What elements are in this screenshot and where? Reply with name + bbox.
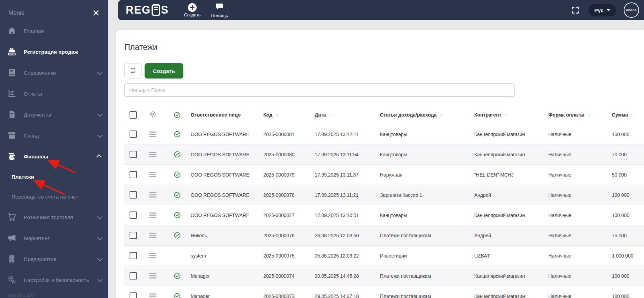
row-menu-icon[interactable]: [149, 131, 156, 138]
cell-amount: 150 000: [612, 132, 644, 137]
sort-icon: ↑↓: [504, 113, 508, 117]
coins-icon: [7, 152, 16, 161]
table-row[interactable]: OOO REGOS SOFTWARE2025-000007917.09.2025…: [124, 165, 644, 185]
cell-article: Платежи поставщикам: [380, 273, 474, 279]
table-row[interactable]: OOO REGOS SOFTWARE2025-000008017.09.2025…: [124, 144, 644, 165]
sidebar-item-label: Переводы со счета на счет: [12, 194, 78, 200]
navbar-help-button[interactable]: Помощь: [211, 2, 228, 18]
sidebar-item-label: Документы: [24, 112, 51, 118]
row-checkbox[interactable]: [130, 272, 137, 280]
column-header-date[interactable]: Дата↑↓: [315, 112, 380, 118]
language-selector[interactable]: Рус: [588, 4, 616, 16]
chevron-down-icon: [97, 235, 103, 240]
column-header-code[interactable]: Код↑↓: [263, 112, 315, 118]
row-checkbox[interactable]: [130, 211, 137, 219]
table-row[interactable]: Manager2025-000007429.05.2025 14:45:28Пл…: [124, 266, 644, 286]
sidebar-item-settings[interactable]: Настройки и безопасность: [0, 269, 108, 290]
cell-amount: 75 000: [612, 233, 644, 238]
sidebar-item-payments[interactable]: Платежи: [0, 167, 108, 187]
sidebar-item-documents[interactable]: Документы: [0, 104, 108, 125]
cell-payment_form: Наличные: [548, 152, 612, 157]
sidebar-item-reports[interactable]: Отчеты: [0, 83, 108, 104]
avatar-label: REGOS: [626, 9, 637, 12]
row-menu-icon[interactable]: [149, 151, 156, 158]
chevron-down-icon: [97, 277, 103, 282]
chevron-down-icon: [97, 214, 103, 219]
table-row[interactable]: system2025-000007505.06.2025 12:03:22Инв…: [124, 246, 644, 266]
regos-logo[interactable]: REG S: [126, 4, 169, 16]
table-row[interactable]: OOO REGOS SOFTWARE2025-000007817.09.2025…: [124, 185, 644, 205]
row-checkbox[interactable]: [130, 171, 137, 178]
create-payment-button[interactable]: Создать: [145, 63, 183, 79]
approved-check-icon: [174, 272, 181, 280]
column-header-contragent[interactable]: Контрагент↑↓: [474, 112, 548, 118]
cell-responsible: OOO REGOS SOFTWARE: [191, 192, 263, 198]
table-row[interactable]: Николь2025-000007626.08.2025 12:03:50Пла…: [124, 225, 644, 246]
sidebar-item-warehouse[interactable]: Склад: [0, 125, 108, 146]
row-checkbox[interactable]: [130, 131, 137, 138]
sidebar-item-marketing[interactable]: Маркетинг: [0, 228, 108, 248]
table-row[interactable]: Manager2025-000007329.05.2025 14:37:18Пл…: [124, 286, 644, 298]
table-row[interactable]: OOO REGOS SOFTWARE2025-000008117.09.2025…: [124, 124, 644, 144]
pos-terminal-icon: [152, 4, 160, 16]
user-avatar[interactable]: REGOS: [624, 2, 639, 18]
column-settings-button[interactable]: [142, 110, 163, 119]
book-icon: [7, 68, 16, 77]
row-menu-icon[interactable]: [149, 252, 156, 259]
row-checkbox[interactable]: [130, 232, 137, 239]
search-input[interactable]: [124, 83, 515, 97]
column-header-payment_form[interactable]: Форма оплаты↑↓: [548, 112, 612, 118]
sort-icon: ↑↓: [587, 113, 591, 117]
sidebar-item-directories[interactable]: Справочники: [0, 62, 108, 83]
cell-code: 2025-0000078: [263, 192, 315, 198]
select-all-checkbox[interactable]: [130, 111, 137, 119]
sidebar-item-transfers[interactable]: Переводы со счета на счет: [0, 187, 108, 207]
row-menu-icon[interactable]: [149, 292, 156, 298]
logo-text-suffix: S: [161, 4, 169, 16]
content-card: Платежи Создать: [116, 30, 644, 298]
sidebar-item-label: Настройки и безопасность: [24, 277, 89, 283]
cell-contragent: Канцелярский магазин: [474, 273, 548, 279]
chevron-down-icon: [607, 9, 610, 11]
column-header-article[interactable]: Статья дохода/расхода↑↓: [380, 112, 474, 118]
report-icon: [7, 89, 16, 98]
sidebar-title: Меню: [8, 9, 24, 16]
gears-icon: [7, 275, 16, 285]
app-version: version: 1.13.0: [8, 293, 34, 297]
cell-contragent: "HEL-DEN" MCHJ: [474, 172, 548, 178]
row-checkbox[interactable]: [130, 292, 137, 298]
cell-amount: 50 000: [612, 172, 644, 178]
close-icon[interactable]: [92, 9, 100, 17]
sidebar-item-sales-register[interactable]: Регистрация продаж: [0, 41, 108, 62]
column-header-amount[interactable]: Сумма↑↓: [612, 112, 644, 118]
row-checkbox[interactable]: [130, 151, 137, 158]
cell-responsible: Manager: [191, 293, 263, 298]
row-menu-icon[interactable]: [149, 272, 156, 280]
sidebar-item-finance[interactable]: Финансы: [0, 146, 108, 167]
table-row[interactable]: OOO REGOS SOFTWARE2025-000007717.09.2025…: [124, 205, 644, 225]
row-menu-icon[interactable]: [149, 211, 156, 219]
row-menu-icon[interactable]: [149, 171, 156, 178]
column-label: Сумма: [612, 112, 628, 118]
cell-amount: 100 000: [612, 213, 644, 218]
logo-text-prefix: REG: [126, 4, 151, 16]
row-menu-icon[interactable]: [149, 232, 156, 239]
sidebar-item-home[interactable]: Главная: [0, 20, 108, 41]
approved-filter-icon[interactable]: [163, 111, 191, 119]
row-checkbox[interactable]: [130, 252, 137, 259]
sidebar-item-retail[interactable]: Розничная торговля: [0, 207, 108, 228]
sidebar-item-label: Предприятие: [24, 256, 57, 262]
cell-responsible: Николь: [191, 233, 263, 238]
megaphone-icon: [7, 233, 16, 243]
cell-article: Зарплата Кассир 1: [380, 192, 474, 198]
sidebar-item-label: Склад: [24, 133, 39, 139]
navbar-create-button[interactable]: Создать: [184, 3, 201, 17]
row-checkbox[interactable]: [130, 191, 137, 199]
sidebar-item-enterprise[interactable]: Предприятие: [0, 248, 108, 269]
refresh-button[interactable]: [124, 63, 142, 79]
fullscreen-icon[interactable]: [571, 6, 579, 14]
row-menu-icon[interactable]: [149, 191, 156, 199]
page-title: Платежи: [124, 43, 644, 52]
cell-payment_form: Наличные: [548, 293, 612, 298]
cell-contragent: Андрей: [474, 233, 548, 238]
